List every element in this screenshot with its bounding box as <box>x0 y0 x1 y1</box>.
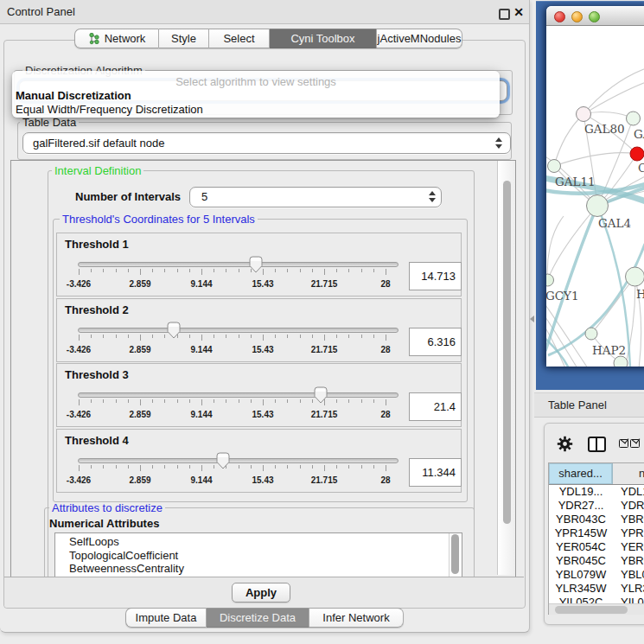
network-edge[interactable] <box>583 67 644 114</box>
table-row[interactable]: YBR043CYBR0 <box>549 513 644 526</box>
slider-minor-tick <box>128 465 129 469</box>
network-node-c[interactable] <box>630 147 644 161</box>
table-data-combobox[interactable]: galFiltered.sif default node <box>22 132 511 154</box>
network-node-gcy1[interactable] <box>546 274 554 286</box>
tab-network[interactable]: Network <box>74 29 159 48</box>
attribute-list-item[interactable]: SelfLoops <box>69 535 119 548</box>
settings-scrollbar-thumb[interactable] <box>503 181 511 524</box>
network-window: GAL80GACGAL11GAL4GCY1HHAP2 <box>546 6 644 367</box>
settings-scrollbar[interactable] <box>497 161 515 575</box>
slider-tick-label: 28 <box>380 345 390 354</box>
network-view-panel: GAL80GACGAL11GAL4GCY1HHAP2 <box>536 1 644 390</box>
slider-thumb[interactable] <box>249 256 263 273</box>
tab-cyni-toolbox[interactable]: Cyni Toolbox <box>270 29 377 48</box>
network-node[interactable] <box>614 356 628 367</box>
slider-minor-tick <box>373 465 374 469</box>
table-row[interactable]: YER054CYER0 <box>549 540 644 554</box>
network-node-gal80[interactable] <box>577 107 591 122</box>
splitter-collapse-icon[interactable] <box>530 316 534 322</box>
table-row[interactable]: YBL079WYBL0 <box>549 568 644 582</box>
attribute-list-item[interactable]: BetweennessCentrality <box>69 562 184 575</box>
slider-thumb[interactable] <box>167 322 181 339</box>
checkbox-icon[interactable] <box>619 439 628 448</box>
tab-discretize-data-label: Discretize Data <box>220 611 296 624</box>
slider-major-tick <box>263 465 264 471</box>
tab-discretize-data[interactable]: Discretize Data <box>207 608 309 628</box>
split-view-icon[interactable] <box>588 437 606 452</box>
tab-jactivemnodules[interactable]: jActiveMNodules <box>377 29 462 48</box>
attributes-list-scrollbar[interactable] <box>449 533 462 577</box>
window-minimize-button[interactable] <box>571 11 583 22</box>
popup-item-equal-width-frequency[interactable]: Equal Width/Frequency Discretization <box>16 103 203 116</box>
window-zoom-button[interactable] <box>589 11 600 22</box>
slider-major-tick <box>201 335 202 341</box>
network-node-h[interactable] <box>626 267 644 286</box>
control-panel-titlebar[interactable]: Control Panel ✕ <box>0 0 529 24</box>
table-row[interactable]: YPR145WYPR1 <box>549 526 644 540</box>
network-canvas[interactable]: GAL80GACGAL11GAL4GCY1HHAP2 <box>546 26 644 367</box>
slider-major-tick <box>386 399 386 405</box>
slider-major-tick <box>201 399 202 405</box>
attribute-list-item[interactable]: TopologicalCoefficient <box>69 549 178 562</box>
tab-style[interactable]: Style <box>159 29 209 48</box>
slider-tick-label: 21.715 <box>311 345 338 354</box>
slider-thumb[interactable] <box>216 452 230 469</box>
threshold-value-field[interactable]: 11.344 <box>409 458 462 487</box>
slider-track[interactable] <box>78 458 399 463</box>
slider-track[interactable] <box>78 328 399 333</box>
threshold-value-field[interactable]: 14.713 <box>409 262 462 290</box>
slider-major-tick <box>140 269 141 275</box>
network-edge[interactable] <box>547 216 564 280</box>
network-edge[interactable] <box>546 325 565 367</box>
column-header-name[interactable]: n... <box>613 463 644 484</box>
gear-icon[interactable] <box>557 436 573 456</box>
tab-impute-data-label: Impute Data <box>136 611 197 624</box>
checkbox-icon[interactable] <box>630 439 640 448</box>
tab-jactivemnodules-label: jActiveMNodules <box>378 32 462 45</box>
slider-tick-label: -3.426 <box>67 345 91 354</box>
window-close-button[interactable] <box>554 11 565 22</box>
table-horizontal-scrollbar[interactable] <box>549 603 644 615</box>
network-node-gal4[interactable] <box>587 195 609 217</box>
slider-minor-tick <box>239 269 239 272</box>
network-node-ga[interactable] <box>627 112 641 125</box>
network-window-titlebar[interactable] <box>546 6 644 26</box>
control-panel-tabs: Network Style Select Cyni Toolbox jActiv… <box>74 29 462 48</box>
network-edge[interactable] <box>554 153 637 166</box>
slider-track[interactable] <box>78 262 399 267</box>
popup-item-manual-discretization[interactable]: Manual Discretization <box>16 89 131 102</box>
threshold-value-field[interactable]: 6.316 <box>409 328 462 356</box>
network-node-hap2[interactable] <box>585 328 597 340</box>
threshold-value-field[interactable]: 21.4 <box>409 392 462 421</box>
network-node-gal11[interactable] <box>548 160 561 173</box>
apply-button[interactable]: Apply <box>232 583 290 603</box>
slider-major-tick <box>79 399 80 405</box>
slider-track[interactable] <box>78 392 399 398</box>
slider-minor-tick <box>300 269 301 272</box>
threshold-label: Threshold 4 <box>65 434 129 447</box>
network-edge-bundle[interactable] <box>546 337 569 367</box>
table-row[interactable]: YBR045CYBR0 <box>549 554 644 568</box>
tab-impute-data[interactable]: Impute Data <box>125 608 207 628</box>
table-panel-titlebar[interactable]: Table Panel <box>534 392 644 418</box>
float-window-icon[interactable] <box>499 9 510 20</box>
close-icon[interactable]: ✕ <box>513 3 525 21</box>
column-header-shared-name[interactable]: shared... <box>549 463 613 484</box>
table-row[interactable]: YLR345WYLR3 <box>549 582 644 596</box>
apply-strip: Apply <box>4 577 524 608</box>
slider-thumb[interactable] <box>314 386 328 404</box>
cell-shared-name: YDL19... <box>549 485 613 499</box>
network-node-label: GAL4 <box>598 216 631 230</box>
slider-tick-label: 21.715 <box>311 279 338 289</box>
slider-major-tick <box>263 399 264 405</box>
number-of-intervals-combobox[interactable]: 5 <box>189 187 442 207</box>
tab-select[interactable]: Select <box>209 29 270 48</box>
tab-infer-network[interactable]: Infer Network <box>309 608 404 628</box>
table-horizontal-scrollbar-thumb[interactable] <box>555 606 628 614</box>
slider-minor-tick <box>103 269 104 272</box>
numerical-attributes-list[interactable]: SelfLoopsTopologicalCoefficientBetweenne… <box>54 532 462 577</box>
attributes-list-scrollbar-thumb[interactable] <box>451 534 459 574</box>
table-row[interactable]: YDL19...YDL1 <box>549 485 644 499</box>
slider-minor-tick <box>164 269 165 272</box>
table-row[interactable]: YDR27...YDR2 <box>549 499 644 513</box>
